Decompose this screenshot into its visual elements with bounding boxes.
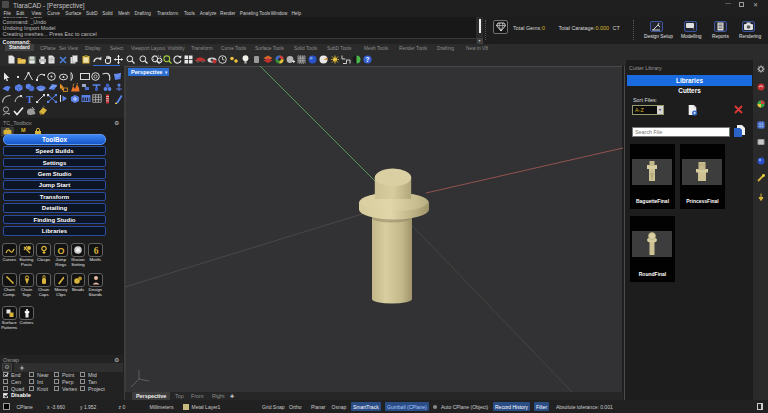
svg-text:?: ? [366,56,370,63]
svg-text:6: 6 [93,246,98,255]
svg-text:T: T [26,94,33,104]
svg-text:O: O [58,246,65,255]
